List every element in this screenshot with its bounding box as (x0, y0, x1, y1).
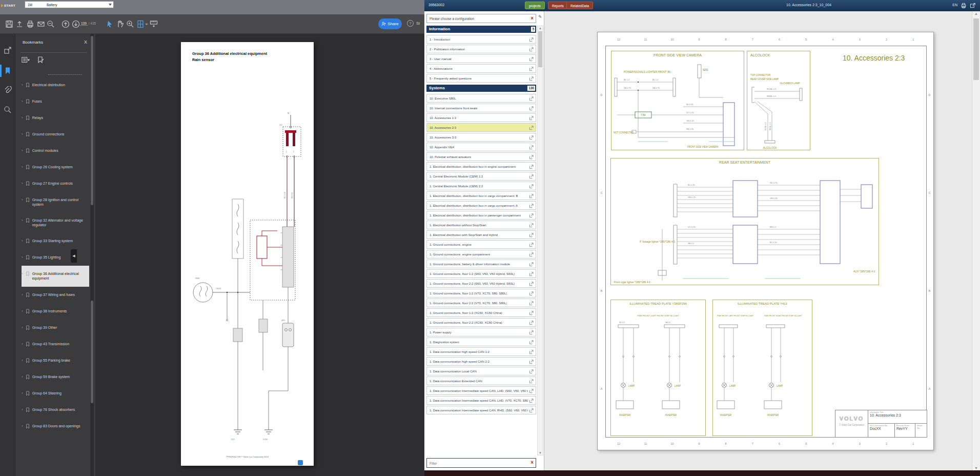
sign-in-label-clipped[interactable]: Si (416, 21, 420, 26)
bookmark-item[interactable]: › Electrical distribution (22, 77, 89, 93)
chevron-right-icon[interactable]: › (22, 272, 23, 276)
bookmark-item[interactable]: › Fuses (22, 93, 89, 110)
projects-button[interactable]: projects (525, 2, 545, 9)
information-item[interactable]: 5 - Frequently asked questions (426, 74, 536, 83)
page-number-field[interactable]: 139 / 435 (80, 22, 96, 25)
print-icon[interactable] (961, 3, 967, 9)
chevron-right-icon[interactable]: › (22, 165, 23, 169)
open-item-icon[interactable] (529, 135, 534, 140)
wiring-diagram-sheet[interactable]: 121110987654321 121110987654321 DCBA DCB… (597, 32, 934, 450)
system-item[interactable]: 10. Appendix VEA (426, 143, 536, 151)
open-item-icon[interactable] (529, 369, 534, 374)
open-item-icon[interactable] (529, 67, 534, 71)
bookmark-item[interactable]: › Control modules (22, 143, 89, 159)
system-item[interactable]: 1. Electrical distribution, distribution… (426, 211, 536, 220)
bookmark-item[interactable]: › Group 36 Additional electrical equipme… (22, 266, 89, 286)
information-section-header[interactable]: Information 5 (426, 26, 536, 33)
open-item-icon[interactable] (529, 233, 534, 237)
hand-tool-icon[interactable] (116, 20, 124, 28)
bookmark-add-icon[interactable] (37, 56, 44, 64)
open-item-icon[interactable] (529, 194, 534, 199)
open-item-icon[interactable] (529, 106, 534, 111)
bookmark-item[interactable]: › Group 32 Alternator and voltage regula… (22, 212, 89, 233)
clear-filter-icon[interactable]: × (530, 460, 534, 465)
information-item[interactable]: 3 - User manual (426, 54, 536, 63)
system-item[interactable]: 1. Data communication high speed CAN 1:2 (426, 347, 536, 356)
language-label[interactable]: EN (952, 3, 957, 7)
open-item-icon[interactable] (529, 57, 534, 62)
system-item[interactable]: 1. Electrical distribution with Stop/Sta… (426, 230, 536, 239)
open-item-icon[interactable] (529, 360, 534, 364)
open-item-icon[interactable] (529, 330, 534, 335)
filter-input[interactable]: Filter × (426, 458, 536, 468)
bookmark-item[interactable]: › Group 55 Parking brake (22, 352, 89, 369)
bookmarks-scrollbar[interactable] (90, 34, 94, 476)
chevron-right-icon[interactable]: › (22, 293, 23, 297)
scroll-up-icon[interactable]: ▲ (538, 27, 543, 30)
systems-section-header[interactable]: Systems 136 (426, 85, 536, 92)
chevron-right-icon[interactable]: › (22, 359, 23, 363)
open-item-icon[interactable] (529, 282, 534, 286)
scrollbar-thumb[interactable] (91, 301, 93, 403)
scroll-down-icon[interactable]: ▼ (972, 466, 980, 470)
start-label[interactable]: START (4, 4, 15, 7)
measure-icon[interactable] (150, 20, 158, 28)
system-item[interactable]: 1. Electrical distribution, distribution… (426, 201, 536, 210)
chevron-right-icon[interactable]: › (22, 198, 23, 202)
zoom-in-icon[interactable] (126, 20, 134, 28)
open-item-icon[interactable] (529, 399, 534, 403)
system-item[interactable]: 10. Accessories 1:3 (426, 113, 536, 122)
diagram-scrollbar[interactable]: ▲ ▼ (972, 11, 980, 470)
system-item[interactable]: 1. Ground connections, floor 2:2 (XC60, … (426, 318, 536, 327)
chevron-right-icon[interactable]: › (22, 255, 23, 260)
system-item[interactable]: 1. Data communication Intermediate speed… (426, 396, 536, 405)
open-item-icon[interactable] (529, 184, 534, 189)
chevron-right-icon[interactable]: › (22, 132, 23, 136)
system-item[interactable]: 1. Electrical distribution without Stop/… (426, 221, 536, 229)
page-view-icon[interactable] (136, 20, 145, 28)
chevron-right-icon[interactable]: › (22, 100, 23, 104)
system-item[interactable]: 1. Data communication Extended CAN (426, 376, 536, 385)
system-item[interactable]: 10. Executive S80L (426, 94, 536, 103)
system-item[interactable]: 1. Electrical distribution, distribution… (426, 162, 536, 171)
open-item-icon[interactable] (529, 252, 534, 257)
vehicle-select[interactable]: 1M Battery (25, 1, 114, 8)
open-item-icon[interactable] (529, 155, 534, 160)
information-item[interactable]: 4 - Abbreviations (426, 64, 536, 73)
system-item[interactable]: 1. Diagnostics system (426, 338, 536, 346)
open-icon[interactable] (15, 20, 24, 28)
open-item-icon[interactable] (529, 408, 534, 413)
external-link-icon[interactable] (970, 3, 976, 9)
open-item-icon[interactable] (529, 37, 534, 42)
chevron-right-icon[interactable]: › (22, 375, 23, 379)
open-item-icon[interactable] (529, 340, 534, 345)
bookmark-item[interactable]: › Group 33 Starting system (22, 233, 89, 249)
open-item-icon[interactable] (529, 311, 534, 315)
open-item-icon[interactable] (529, 213, 534, 218)
system-item[interactable]: 1. Power supply (426, 328, 536, 336)
previous-page-icon[interactable] (62, 20, 70, 28)
open-item-icon[interactable] (529, 76, 534, 81)
open-item-icon[interactable] (529, 204, 534, 208)
system-item[interactable]: 1. Ground connections, floor 1:2 (S60, V… (426, 269, 536, 278)
bookmark-item[interactable]: › Group 43 Transmission (22, 336, 89, 352)
chevron-right-icon[interactable]: › (22, 83, 23, 87)
bookmark-options-icon[interactable] (22, 56, 30, 64)
open-item-icon[interactable] (529, 116, 534, 121)
bookmark-item[interactable]: › Group 37 Wiring and fuses (22, 287, 89, 303)
chevron-down-icon[interactable] (145, 24, 148, 25)
system-item[interactable]: 1. Ground connections, floor 2:2 (V70, X… (426, 299, 536, 307)
scrollbar-thumb[interactable] (91, 36, 93, 205)
scroll-up-icon[interactable]: ▲ (972, 12, 980, 15)
information-item[interactable]: 1 - Introduction (426, 35, 536, 44)
bookmark-item[interactable]: › Group 76 Shock absorbers (22, 402, 89, 418)
system-item[interactable]: 1. Data communication high speed CAN 2:2 (426, 357, 536, 366)
next-page-icon[interactable] (72, 20, 80, 28)
help-icon[interactable]: ? (407, 20, 414, 27)
system-item[interactable]: 1. Data communication Local CAN (426, 367, 536, 375)
scroll-down-icon[interactable]: ▼ (538, 451, 543, 454)
open-item-icon[interactable] (529, 165, 534, 169)
system-item[interactable]: 1. Ground connections, engine compartmen… (426, 250, 536, 259)
configuration-search-input[interactable]: Please choose a configuration × (426, 14, 536, 23)
open-item-icon[interactable] (529, 389, 534, 393)
